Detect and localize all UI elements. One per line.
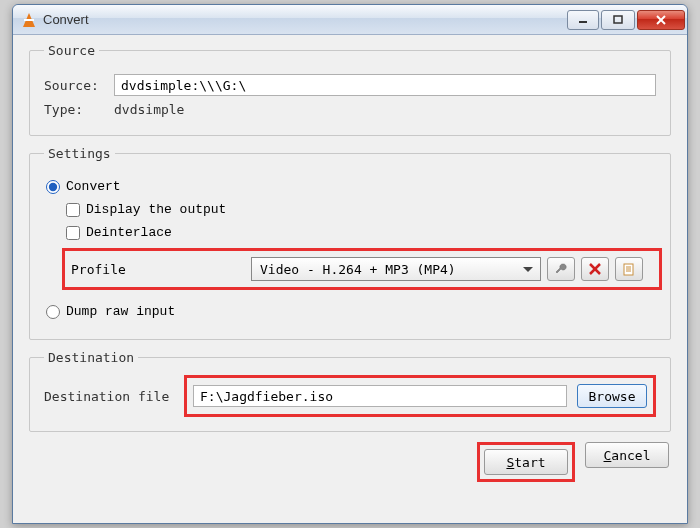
delete-profile-button[interactable] <box>581 257 609 281</box>
cancel-button[interactable]: Cancel <box>585 442 669 468</box>
window-controls <box>565 10 685 30</box>
new-document-icon <box>622 262 636 276</box>
type-label: Type: <box>44 102 114 117</box>
profile-value: Video - H.264 + MP3 (MP4) <box>260 262 523 277</box>
chevron-down-icon <box>523 267 533 272</box>
display-output-checkbox[interactable] <box>66 203 80 217</box>
edit-profile-button[interactable] <box>547 257 575 281</box>
start-button[interactable]: Start <box>484 449 568 475</box>
source-label: Source: <box>44 78 114 93</box>
dialog-buttons: Start Cancel <box>29 442 671 482</box>
close-button[interactable] <box>637 10 685 30</box>
titlebar[interactable]: Convert <box>13 5 687 35</box>
minimize-button[interactable] <box>567 10 599 30</box>
dump-raw-radio[interactable] <box>46 305 60 319</box>
deinterlace-label: Deinterlace <box>86 225 172 240</box>
vlc-icon <box>21 12 37 28</box>
delete-x-icon <box>588 262 602 276</box>
deinterlace-checkbox[interactable] <box>66 226 80 240</box>
destination-file-label: Destination file <box>44 389 174 404</box>
destination-group: Destination Destination file Browse <box>29 350 671 432</box>
dump-raw-label: Dump raw input <box>66 304 175 319</box>
type-value: dvdsimple <box>114 102 184 117</box>
profile-select[interactable]: Video - H.264 + MP3 (MP4) <box>251 257 541 281</box>
svg-rect-1 <box>614 16 622 23</box>
wrench-icon <box>554 262 568 276</box>
source-group: Source Source: Type: dvdsimple <box>29 43 671 136</box>
dialog-content: Source Source: Type: dvdsimple Settings … <box>13 35 687 523</box>
source-input[interactable] <box>114 74 656 96</box>
maximize-button[interactable] <box>601 10 635 30</box>
window-title: Convert <box>43 12 565 27</box>
browse-button[interactable]: Browse <box>577 384 647 408</box>
settings-legend: Settings <box>44 146 115 161</box>
source-legend: Source <box>44 43 99 58</box>
settings-group: Settings Convert Display the output Dein… <box>29 146 671 340</box>
new-profile-button[interactable] <box>615 257 643 281</box>
convert-radio[interactable] <box>46 180 60 194</box>
display-output-label: Display the output <box>86 202 226 217</box>
convert-dialog: Convert Source Source: Type: dvdsimple <box>12 4 688 524</box>
destination-legend: Destination <box>44 350 138 365</box>
profile-label: Profile <box>71 262 251 277</box>
convert-label: Convert <box>66 179 121 194</box>
destination-file-input[interactable] <box>193 385 567 407</box>
